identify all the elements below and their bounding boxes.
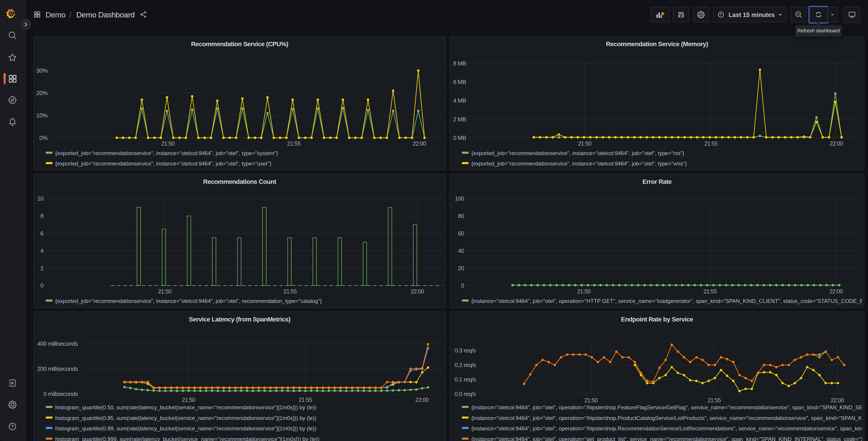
- svg-text:80: 80: [458, 212, 464, 219]
- svg-text:6: 6: [40, 230, 43, 237]
- svg-text:22:00: 22:00: [830, 288, 843, 295]
- svg-text:21:50: 21:50: [577, 288, 591, 295]
- svg-text:400 milliseconds: 400 milliseconds: [37, 340, 78, 347]
- svg-text:0: 0: [461, 282, 464, 289]
- svg-text:21:50: 21:50: [161, 140, 175, 147]
- svg-text:4: 4: [40, 247, 43, 254]
- svg-text:0 MB: 0 MB: [453, 135, 466, 141]
- svg-text:21:55: 21:55: [704, 140, 718, 147]
- svg-text:21:50: 21:50: [578, 140, 591, 147]
- svg-text:0.2 req/s: 0.2 req/s: [455, 361, 476, 368]
- svg-text:21:55: 21:55: [283, 288, 297, 295]
- svg-text:?: ?: [11, 424, 14, 429]
- svg-text:8 MB: 8 MB: [453, 60, 466, 67]
- svg-text:2: 2: [40, 265, 43, 272]
- svg-text:22:00: 22:00: [413, 140, 426, 147]
- svg-text:21:55: 21:55: [299, 396, 312, 403]
- svg-text:0%: 0%: [39, 135, 48, 141]
- svg-text:60: 60: [458, 230, 464, 237]
- svg-text:21:55: 21:55: [287, 140, 301, 147]
- svg-text:200 milliseconds: 200 milliseconds: [37, 365, 78, 372]
- svg-text:22:00: 22:00: [415, 396, 429, 403]
- svg-text:21:50: 21:50: [585, 397, 598, 404]
- svg-text:8: 8: [40, 212, 43, 219]
- svg-text:0.3 req/s: 0.3 req/s: [455, 347, 476, 354]
- svg-text:6 MB: 6 MB: [453, 79, 466, 85]
- svg-text:0.1 req/s: 0.1 req/s: [455, 376, 476, 383]
- svg-text:22:00: 22:00: [411, 288, 424, 295]
- svg-text:2 MB: 2 MB: [453, 116, 466, 123]
- svg-text:21:50: 21:50: [158, 288, 172, 295]
- svg-text:4 MB: 4 MB: [453, 97, 466, 104]
- svg-text:0: 0: [40, 282, 43, 289]
- svg-text:40: 40: [458, 247, 464, 254]
- svg-text:21:50: 21:50: [182, 396, 195, 403]
- svg-text:22:00: 22:00: [830, 140, 843, 147]
- svg-text:21:55: 21:55: [708, 397, 721, 404]
- svg-text:100: 100: [455, 195, 464, 202]
- svg-text:20%: 20%: [36, 90, 48, 96]
- svg-text:0 milliseconds: 0 milliseconds: [43, 390, 78, 397]
- svg-text:30%: 30%: [36, 67, 48, 74]
- svg-text:10%: 10%: [36, 112, 48, 119]
- svg-text:20: 20: [458, 265, 464, 272]
- svg-text:10: 10: [37, 195, 44, 202]
- svg-text:21:55: 21:55: [704, 288, 717, 295]
- svg-text:0.0 req/s: 0.0 req/s: [455, 390, 476, 397]
- svg-text:22:00: 22:00: [831, 397, 844, 404]
